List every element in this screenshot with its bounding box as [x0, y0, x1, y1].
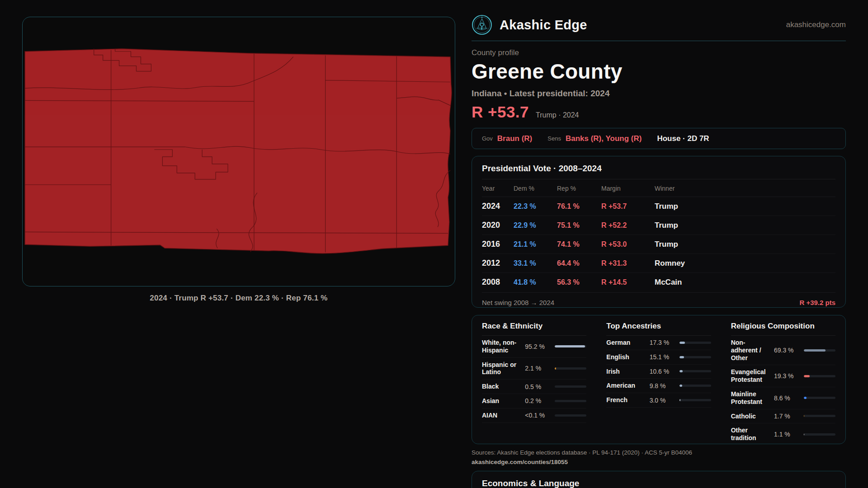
stat-value: 0.5 %	[525, 383, 551, 390]
cell-margin: R +31.3	[601, 259, 655, 267]
stat-bar-fill	[555, 345, 585, 347]
stat-value: 17.3 %	[650, 339, 676, 346]
stat-row: Other tradition 1.1 %	[731, 423, 835, 444]
stat-label: Asian	[482, 397, 521, 405]
stat-bar	[804, 375, 835, 377]
margin-value: R +53.7	[472, 103, 529, 121]
cell-margin: R +53.0	[601, 240, 655, 249]
cell-rep: 74.1 %	[557, 240, 601, 249]
stat-bar	[555, 400, 586, 402]
cell-winner: Trump	[655, 202, 835, 211]
stat-value: 2.1 %	[525, 365, 551, 372]
stat-bar-fill	[679, 385, 682, 387]
stat-row: Asian 0.2 %	[482, 394, 586, 408]
stat-bar	[804, 397, 835, 399]
stat-value: 69.3 %	[774, 347, 800, 354]
site-domain-link[interactable]: akashicedge.com	[786, 20, 846, 29]
stat-bar-fill	[804, 349, 826, 352]
cell-year: 2016	[482, 239, 514, 249]
cell-rep: 56.3 %	[557, 278, 601, 286]
stat-value: 3.0 %	[650, 397, 676, 404]
stat-bar	[555, 345, 586, 347]
cell-rep: 64.4 %	[557, 259, 601, 267]
table-row: 2012 33.1 % 64.4 % R +31.3 Romney	[482, 254, 835, 273]
cell-dem: 21.1 %	[514, 240, 557, 249]
cell-dem: 41.8 %	[514, 278, 557, 286]
stat-label: French	[606, 396, 646, 404]
stat-value: 8.6 %	[774, 394, 800, 402]
stat-bar	[804, 433, 835, 436]
header-divider	[472, 41, 846, 41]
stat-row: German 17.3 %	[606, 336, 711, 350]
stat-label: Catholic	[731, 413, 770, 420]
cell-dem: 22.3 %	[514, 202, 557, 211]
cell-rep: 76.1 %	[557, 202, 601, 211]
akashic-emblem-icon	[472, 14, 492, 35]
stat-value: 9.8 %	[650, 382, 676, 389]
sens-label: Sens	[547, 135, 561, 142]
cell-year: 2024	[482, 202, 514, 211]
stat-value: 1.7 %	[774, 413, 800, 420]
table-row: 2024 22.3 % 76.1 % R +53.7 Trump	[482, 197, 835, 216]
stat-row: Hispanic or Latino 2.1 %	[482, 358, 586, 380]
race-title: Race & Ethnicity	[482, 322, 586, 336]
cell-margin: R +14.5	[601, 278, 655, 286]
stat-value: <0.1 %	[525, 412, 551, 419]
race-ethnicity-column: Race & Ethnicity White, non-Hispanic 95.…	[482, 322, 586, 444]
stat-value: 1.1 %	[774, 431, 800, 438]
page-kicker: County profile	[472, 48, 846, 57]
stat-bar-fill	[804, 375, 810, 377]
stat-bar-fill	[804, 433, 804, 436]
stat-bar	[804, 349, 835, 352]
stat-label: Irish	[606, 368, 646, 375]
stat-bar-fill	[804, 415, 804, 417]
cell-year: 2020	[482, 221, 514, 230]
stat-row: American 9.8 %	[606, 379, 711, 393]
presidential-panel-title: Presidential Vote · 2008–2024	[482, 164, 835, 179]
stat-label: American	[606, 382, 646, 389]
stat-bar	[555, 385, 586, 388]
net-swing-row: Net swing 2008 → 2024 R +39.2 pts	[482, 292, 835, 306]
table-row: 2016 21.1 % 74.1 % R +53.0 Trump	[482, 235, 835, 254]
cell-winner: Trump	[655, 221, 835, 230]
cell-year: 2008	[482, 277, 514, 287]
county-url-link[interactable]: akashicedge.com/counties/18055	[472, 458, 846, 466]
ancestries-title: Top Ancestries	[606, 322, 711, 336]
page-title: Greene County	[472, 59, 846, 84]
col-rep: Rep %	[557, 185, 601, 192]
net-swing-label: Net swing 2008 → 2024	[482, 299, 554, 306]
col-winner: Winner	[655, 185, 835, 192]
stat-label: Non-adherent / Other	[731, 339, 770, 361]
margin-context: Trump · 2024	[536, 111, 579, 119]
cell-rep: 75.1 %	[557, 221, 601, 230]
officials-bar: Gov Braun (R) Sens Banks (R), Young (R) …	[472, 128, 846, 149]
stat-value: 95.2 %	[525, 343, 551, 350]
stat-label: AIAN	[482, 412, 521, 419]
cell-margin: R +53.7	[601, 202, 655, 211]
stat-label: Hispanic or Latino	[482, 361, 521, 376]
stat-value: 0.2 %	[525, 397, 551, 404]
cell-margin: R +52.2	[601, 221, 655, 230]
stat-row: English 15.1 %	[606, 350, 711, 365]
stat-bar	[555, 414, 586, 417]
main-column: Akashic Edge akashicedge.com County prof…	[472, 0, 846, 488]
stat-label: White, non-Hispanic	[482, 339, 521, 354]
col-margin: Margin	[601, 185, 655, 192]
stat-bar-fill	[679, 342, 685, 344]
stat-row: White, non-Hispanic 95.2 %	[482, 336, 586, 358]
map-caption: 2024 · Trump R +53.7 · Dem 22.3 % · Rep …	[22, 294, 455, 303]
cell-dem: 22.9 %	[514, 221, 557, 230]
stat-bar	[679, 385, 711, 387]
stat-label: German	[606, 339, 646, 347]
cell-winner: Trump	[655, 240, 835, 249]
stat-row: French 3.0 %	[606, 393, 711, 408]
cell-dem: 33.1 %	[514, 259, 557, 267]
brand-name: Akashic Edge	[500, 18, 587, 33]
stat-bar-fill	[679, 370, 683, 372]
stat-bar	[555, 367, 586, 370]
table-header-row: Year Dem % Rep % Margin Winner	[482, 179, 835, 197]
stat-label: Black	[482, 383, 521, 390]
col-dem: Dem %	[514, 185, 557, 192]
col-year: Year	[482, 185, 514, 192]
stat-label: Evangelical Protestant	[731, 368, 770, 384]
